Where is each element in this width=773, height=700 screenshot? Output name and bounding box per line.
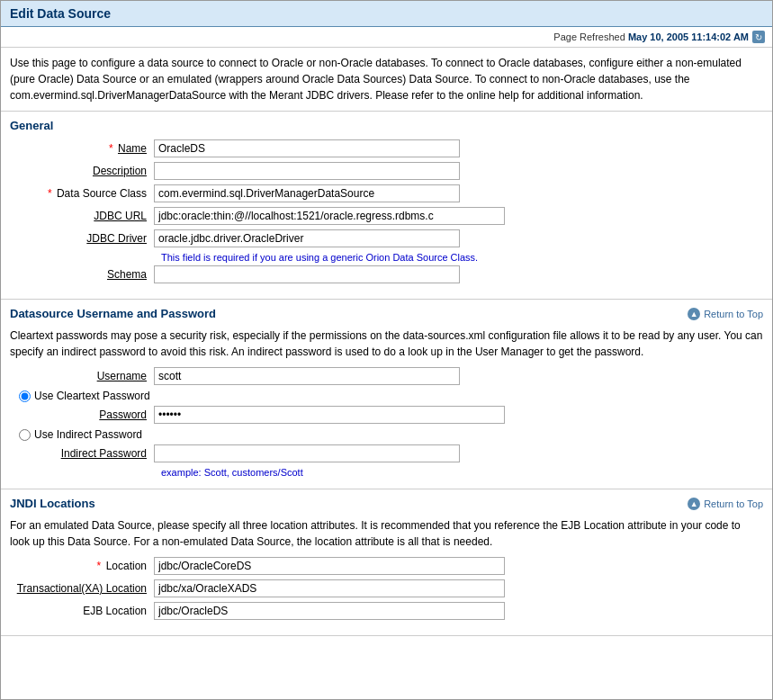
- jdbc-driver-hint: This field is required if you are using …: [161, 252, 763, 263]
- jdbc-driver-label: JDBC Driver: [10, 229, 154, 245]
- datasource-class-required-star: *: [48, 187, 52, 200]
- auth-return-to-top[interactable]: ▲ Return to Top: [688, 308, 763, 320]
- transactional-label: Transactional(XA) Location: [10, 579, 154, 595]
- use-cleartext-row: Use Cleartext Password: [19, 390, 763, 402]
- general-section: General * Name Description * Data Source…: [1, 112, 772, 300]
- ejb-row: EJB Location: [10, 602, 763, 620]
- transactional-row: Transactional(XA) Location: [10, 579, 763, 597]
- location-row: * Location: [10, 557, 763, 575]
- jndi-return-to-top[interactable]: ▲ Return to Top: [688, 498, 763, 510]
- use-indirect-radio[interactable]: [19, 429, 31, 441]
- name-row: * Name: [10, 139, 763, 157]
- general-section-header: General: [10, 119, 763, 132]
- auth-description: Cleartext passwords may pose a security …: [10, 328, 763, 360]
- datasource-class-label: * Data Source Class: [10, 184, 154, 200]
- auth-section-header: Datasource Username and Password ▲ Retur…: [10, 307, 763, 320]
- refresh-icon[interactable]: ↻: [752, 31, 765, 43]
- username-row: Username: [10, 367, 763, 385]
- refresh-date: May 10, 2005 11:14:02 AM: [628, 31, 749, 42]
- jndi-section: JNDI Locations ▲ Return to Top For an em…: [1, 489, 772, 636]
- ejb-input[interactable]: [154, 602, 505, 620]
- location-required-star: *: [97, 560, 102, 572]
- page-description: Use this page to configure a data source…: [1, 48, 772, 112]
- datasource-class-row: * Data Source Class: [10, 184, 763, 202]
- indirect-password-example: example: Scott, customers/Scott: [161, 467, 763, 478]
- jdbc-url-row: JDBC URL: [10, 207, 763, 225]
- page-title-bar: Edit Data Source: [1, 1, 772, 27]
- username-label: Username: [10, 367, 154, 382]
- top-bar: Page Refreshed May 10, 2005 11:14:02 AM …: [1, 27, 772, 48]
- use-cleartext-label: Use Cleartext Password: [34, 390, 150, 402]
- page-refreshed-text: Page Refreshed May 10, 2005 11:14:02 AM: [553, 31, 749, 42]
- location-input[interactable]: [154, 557, 505, 575]
- general-section-title: General: [10, 119, 53, 132]
- use-cleartext-radio[interactable]: [19, 390, 31, 402]
- password-row: Password: [10, 406, 763, 424]
- name-input[interactable]: [154, 139, 460, 157]
- jdbc-url-input[interactable]: [154, 207, 505, 225]
- jndi-return-top-arrow-icon: ▲: [688, 498, 700, 510]
- return-top-arrow-icon: ▲: [688, 308, 700, 320]
- description-row: Description: [10, 162, 763, 180]
- jdbc-driver-row: JDBC Driver: [10, 229, 763, 247]
- schema-input[interactable]: [154, 265, 460, 283]
- indirect-password-label: Indirect Password: [10, 444, 154, 460]
- location-label: * Location: [10, 557, 154, 572]
- name-required-star: *: [109, 142, 113, 155]
- page-title: Edit Data Source: [10, 6, 763, 21]
- jndi-section-header: JNDI Locations ▲ Return to Top: [10, 497, 763, 510]
- username-input[interactable]: [154, 367, 460, 385]
- indirect-password-row: Indirect Password: [10, 444, 763, 462]
- password-input[interactable]: [154, 406, 505, 424]
- svg-text:↻: ↻: [755, 32, 762, 42]
- jdbc-url-label: JDBC URL: [10, 207, 154, 222]
- jdbc-driver-input[interactable]: [154, 229, 460, 247]
- schema-row: Schema: [10, 265, 763, 283]
- datasource-class-input[interactable]: [154, 184, 460, 202]
- auth-section-title: Datasource Username and Password: [10, 307, 216, 320]
- jndi-description: For an emulated Data Source, please spec…: [10, 517, 763, 550]
- schema-label: Schema: [10, 265, 154, 281]
- jndi-section-title: JNDI Locations: [10, 497, 95, 510]
- description-label: Description: [10, 162, 154, 177]
- use-indirect-row: Use Indirect Password: [19, 428, 763, 441]
- description-input[interactable]: [154, 162, 460, 180]
- use-indirect-label: Use Indirect Password: [34, 428, 142, 441]
- password-label: Password: [10, 406, 154, 421]
- name-label: * Name: [10, 139, 154, 155]
- page-wrapper: Edit Data Source Page Refreshed May 10, …: [0, 0, 773, 700]
- indirect-password-input[interactable]: [154, 444, 460, 462]
- transactional-input[interactable]: [154, 579, 505, 597]
- auth-section: Datasource Username and Password ▲ Retur…: [1, 300, 772, 489]
- ejb-label: EJB Location: [10, 602, 154, 617]
